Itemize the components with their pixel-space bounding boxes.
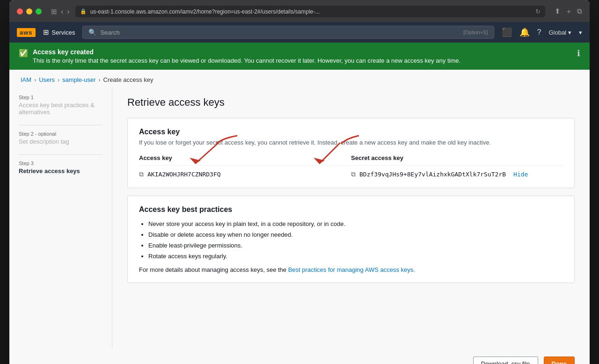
copy-secret-key-icon[interactable]: ⧉ [351, 170, 356, 178]
search-placeholder: Search [100, 29, 119, 36]
address-bar[interactable]: 🔒 us-east-1.console.aws.amazon.com/iamv2… [75, 6, 545, 17]
search-bar[interactable]: 🔍 Search [Option+S] [82, 26, 494, 39]
sidebar-toggle-icon[interactable]: ⊞ [51, 7, 57, 16]
sidebar-divider-1 [19, 125, 102, 125]
bp-item-2: Disable or delete access key when no lon… [148, 231, 563, 238]
global-label: Global [548, 29, 566, 36]
bp-item-4: Rotate access keys regularly. [148, 253, 563, 260]
breadcrumb-iam[interactable]: IAM [21, 76, 31, 83]
step3-title: Retrieve access keys [19, 167, 102, 175]
search-shortcut: [Option+S] [463, 29, 488, 35]
refresh-icon[interactable]: ↻ [535, 8, 541, 15]
services-label: Services [52, 29, 75, 36]
page-content: Retrieve access keys Access key If you l… [112, 87, 590, 349]
best-practices-card: Access key best practices Never store yo… [127, 196, 575, 283]
search-icon: 🔍 [88, 29, 96, 36]
aws-logo-text: aws [17, 28, 36, 37]
breadcrumb-users[interactable]: Users [39, 76, 55, 83]
tabs-icon[interactable]: ⧉ [577, 7, 582, 16]
account-menu-icon[interactable]: ▾ [579, 29, 582, 36]
back-icon[interactable]: ‹ [61, 7, 63, 16]
lock-icon: 🔒 [80, 8, 87, 15]
browser-controls: ⊞ ‹ › [51, 7, 70, 16]
step3-label: Step 3 [19, 160, 102, 166]
copy-access-key-icon[interactable]: ⧉ [139, 170, 144, 178]
success-banner: ✅ Access key created This is the only ti… [9, 43, 590, 70]
access-key-card-desc: If you lose or forget your secret access… [139, 139, 563, 146]
forward-icon[interactable]: › [67, 7, 69, 16]
address-url: us-east-1.console.aws.amazon.com/iamv2/h… [90, 8, 320, 15]
best-practices-footer: For more details about managing access k… [139, 266, 563, 273]
bp-footer-text: For more details about managing access k… [139, 266, 288, 273]
breadcrumb-current: Create access key [103, 76, 153, 83]
bp-item-1: Never store your access key in plain tex… [148, 220, 563, 227]
breadcrumb: IAM › Users › sample-user › Create acces… [9, 70, 590, 87]
maximize-button[interactable] [36, 8, 42, 15]
bell-icon[interactable]: 🔔 [519, 27, 530, 37]
help-icon[interactable]: ? [537, 28, 541, 36]
breadcrumb-sep-3: › [99, 77, 101, 83]
aws-nav-right: ⬛ 🔔 ? Global ▾ ▾ [502, 27, 582, 37]
banner-title: Access key created [33, 48, 460, 56]
browser-titlebar: ⊞ ‹ › 🔒 us-east-1.console.aws.amazon.com… [9, 0, 590, 22]
secret-key-value-row: ⧉ BDzf39vqJHs9+8Ey7vlAizhxkGADtXlk7rSuT2… [351, 166, 563, 178]
breadcrumb-sep-1: › [34, 77, 36, 83]
access-key-card-title: Access key [139, 128, 563, 136]
close-button[interactable] [17, 8, 23, 15]
step1-label: Step 1 [19, 95, 102, 100]
sidebar-step-2: Step 2 - optional Set description tag [19, 131, 102, 145]
check-circle-icon: ✅ [19, 49, 28, 58]
action-row: Download .csv file Done [9, 349, 590, 364]
access-key-value-row: ⧉ AKIA2WOHJRH7CZNRD3FQ [139, 166, 351, 178]
step1-title: Access key best practices & alternatives [19, 102, 102, 116]
breadcrumb-sample-user[interactable]: sample-user [62, 76, 96, 83]
best-practices-list: Never store your access key in plain tex… [139, 220, 563, 260]
access-key-card: Access key If you lose or forget your se… [127, 118, 575, 188]
best-practices-link[interactable]: Best practices for managing AWS access k… [288, 266, 415, 273]
step2-label: Step 2 - optional [19, 131, 102, 137]
global-selector[interactable]: Global ▾ [548, 29, 571, 36]
sidebar-divider-2 [19, 154, 102, 155]
access-key-header: Access key [139, 154, 351, 166]
browser-actions: ⬆ ＋ ⧉ [555, 7, 582, 16]
info-icon[interactable]: ℹ [577, 48, 580, 58]
download-csv-button[interactable]: Download .csv file [473, 357, 538, 364]
banner-content: Access key created This is the only time… [33, 48, 460, 64]
access-key-value: AKIA2WOHJRH7CZNRD3FQ [147, 171, 221, 178]
sidebar-step-3: Step 3 Retrieve access keys [19, 160, 102, 175]
new-tab-icon[interactable]: ＋ [565, 7, 572, 16]
bp-item-3: Enable least-privilege permissions. [148, 242, 563, 249]
aws-logo: aws [17, 28, 36, 37]
step2-title: Set description tag [19, 138, 102, 145]
keys-section: Access key ⧉ AKIA2WOHJRH7CZNRD3FQ Secret… [139, 154, 563, 178]
sidebar-step-1: Step 1 Access key best practices & alter… [19, 95, 102, 116]
breadcrumb-sep-2: › [58, 77, 59, 83]
secret-key-header: Secret access key [351, 154, 563, 166]
browser-window: ⊞ ‹ › 🔒 us-east-1.console.aws.amazon.com… [9, 0, 590, 364]
sidebar: Step 1 Access key best practices & alter… [9, 87, 112, 349]
traffic-lights [17, 8, 42, 15]
services-grid-icon: ⊞ [43, 28, 49, 36]
done-button[interactable]: Done [544, 357, 575, 364]
best-practices-title: Access key best practices [139, 205, 563, 214]
cloud-shell-icon[interactable]: ⬛ [502, 27, 512, 37]
chevron-down-icon: ▾ [568, 29, 571, 36]
aws-topnav: aws ⊞ Services 🔍 Search [Option+S] ⬛ 🔔 ?… [9, 22, 590, 43]
hide-secret-key-link[interactable]: Hide [513, 171, 528, 178]
services-menu[interactable]: ⊞ Services [43, 28, 75, 36]
main-layout: Step 1 Access key best practices & alter… [9, 87, 590, 349]
minimize-button[interactable] [26, 8, 32, 15]
banner-description: This is the only time that the secret ac… [33, 57, 460, 64]
keys-grid: Access key ⧉ AKIA2WOHJRH7CZNRD3FQ Secret… [139, 154, 563, 178]
share-icon[interactable]: ⬆ [555, 7, 561, 16]
secret-key-value: BDzf39vqJHs9+8Ey7vlAizhxkGADtXlk7rSuT2rB [359, 171, 506, 178]
page-title: Retrieve access keys [127, 96, 575, 109]
